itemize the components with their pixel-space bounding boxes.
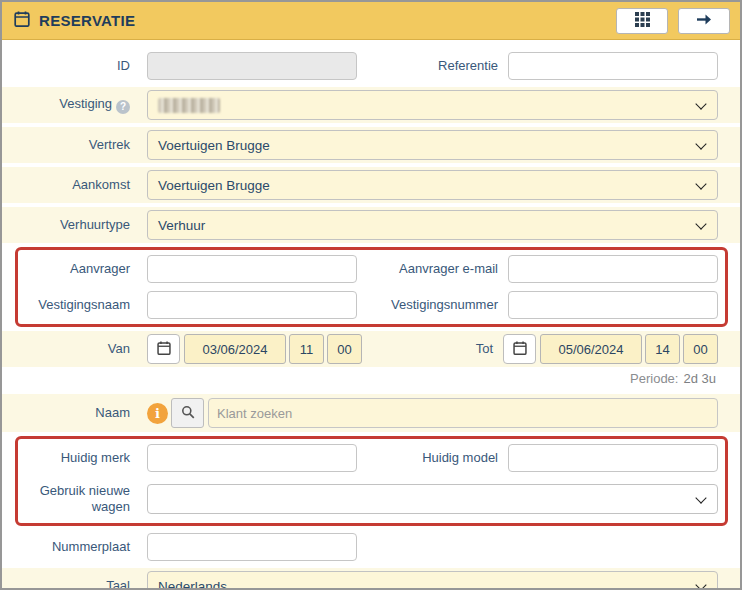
nummerplaat-label: Nummerplaat bbox=[2, 539, 147, 555]
vestigingsnummer-label: Vestigingsnummer bbox=[357, 297, 508, 313]
row-vertrek: Vertrek Voertuigen Brugge bbox=[2, 127, 740, 163]
reservation-window: RESERVATIE bbox=[0, 0, 742, 590]
periode-label: Periode: bbox=[630, 371, 678, 386]
van-calendar-button[interactable] bbox=[147, 334, 180, 364]
aankomst-select[interactable]: Voertuigen Brugge bbox=[147, 170, 718, 200]
calendar-icon bbox=[14, 11, 30, 31]
grid-icon bbox=[635, 12, 650, 30]
page-title: RESERVATIE bbox=[39, 12, 135, 29]
aankomst-value: Voertuigen Brugge bbox=[158, 178, 270, 193]
aanvrager-email-input[interactable] bbox=[508, 255, 718, 283]
verhuurtype-value: Verhuur bbox=[158, 218, 205, 233]
gebruik-nieuwe-wagen-select[interactable] bbox=[147, 484, 718, 514]
referentie-input[interactable] bbox=[508, 52, 718, 80]
highlight-group-huidige-wagen: Huidig merk Huidig model Gebruik nieuwe … bbox=[2, 436, 740, 526]
chevron-down-icon bbox=[695, 218, 706, 229]
row-id-referentie: ID Referentie bbox=[2, 49, 740, 83]
verhuurtype-label: Verhuurtype bbox=[2, 217, 147, 233]
next-button[interactable] bbox=[678, 8, 730, 34]
referentie-label: Referentie bbox=[357, 58, 508, 74]
chevron-down-icon bbox=[695, 138, 706, 149]
chevron-down-icon bbox=[695, 492, 706, 503]
chevron-down-icon bbox=[695, 178, 706, 189]
arrow-right-icon bbox=[696, 13, 713, 29]
klant-zoeken-input[interactable] bbox=[208, 398, 718, 428]
redacted-value bbox=[158, 98, 220, 113]
row-taal: Taal Nederlands bbox=[2, 568, 740, 590]
row-aanvrager: Aanvrager Aanvrager e-mail bbox=[2, 252, 740, 286]
gebruik-nieuwe-wagen-label: Gebruik nieuwe wagen bbox=[2, 483, 147, 514]
van-label: Van bbox=[2, 341, 147, 357]
header-title-group: RESERVATIE bbox=[14, 11, 135, 31]
verhuurtype-select[interactable]: Verhuur bbox=[147, 210, 718, 240]
vestiging-label: Vestiging? bbox=[2, 96, 147, 114]
tot-date-input[interactable] bbox=[540, 334, 642, 364]
van-datetime-group bbox=[147, 334, 362, 364]
periode-value: 2d 3u bbox=[683, 371, 716, 386]
chevron-down-icon bbox=[695, 98, 706, 109]
van-hour-input[interactable] bbox=[289, 334, 324, 364]
aanvrager-label: Aanvrager bbox=[2, 261, 147, 277]
naam-label: Naam bbox=[2, 405, 147, 421]
row-vestigingsnaam: Vestigingsnaam Vestigingsnummer bbox=[2, 288, 740, 322]
calendar-icon bbox=[513, 341, 527, 358]
highlight-group-aanvrager: Aanvrager Aanvrager e-mail Vestigingsnaa… bbox=[2, 247, 740, 327]
vestiging-label-text: Vestiging bbox=[59, 96, 112, 111]
info-icon[interactable]: i bbox=[147, 403, 168, 424]
chevron-down-icon bbox=[695, 579, 706, 590]
row-aankomst: Aankomst Voertuigen Brugge bbox=[2, 167, 740, 203]
vestigingsnaam-input[interactable] bbox=[147, 291, 357, 319]
grid-view-button[interactable] bbox=[616, 8, 668, 34]
row-van-tot: Van Tot bbox=[2, 331, 740, 367]
taal-value: Nederlands bbox=[158, 579, 227, 590]
row-naam: Naam i bbox=[2, 394, 740, 432]
row-huidig-merk-model: Huidig merk Huidig model bbox=[2, 441, 740, 475]
search-icon bbox=[181, 405, 195, 422]
row-nummerplaat: Nummerplaat bbox=[2, 530, 740, 564]
search-button[interactable] bbox=[171, 398, 204, 428]
help-icon[interactable]: ? bbox=[116, 100, 130, 114]
vestiging-select[interactable] bbox=[147, 90, 718, 120]
vestigingsnummer-input[interactable] bbox=[508, 291, 718, 319]
id-input bbox=[147, 52, 357, 80]
tot-minute-input[interactable] bbox=[683, 334, 718, 364]
aanvrager-email-label: Aanvrager e-mail bbox=[357, 261, 508, 277]
aankomst-label: Aankomst bbox=[2, 177, 147, 193]
huidig-model-input[interactable] bbox=[508, 444, 718, 472]
van-date-input[interactable] bbox=[184, 334, 286, 364]
nummerplaat-input[interactable] bbox=[147, 533, 357, 561]
form-body: ID Referentie Vestiging? Vertrek Voertui… bbox=[2, 40, 740, 590]
header-bar: RESERVATIE bbox=[2, 2, 740, 40]
tot-calendar-button[interactable] bbox=[503, 334, 536, 364]
row-gebruik-nieuwe-wagen: Gebruik nieuwe wagen bbox=[2, 477, 740, 521]
vertrek-value: Voertuigen Brugge bbox=[158, 138, 270, 153]
huidig-merk-input[interactable] bbox=[147, 444, 357, 472]
taal-label: Taal bbox=[2, 578, 147, 590]
calendar-icon bbox=[157, 341, 171, 358]
van-minute-input[interactable] bbox=[327, 334, 362, 364]
vestigingsnaam-label: Vestigingsnaam bbox=[2, 297, 147, 313]
periode-row: Periode: 2d 3u bbox=[2, 371, 740, 386]
row-vestiging: Vestiging? bbox=[2, 87, 740, 123]
vertrek-label: Vertrek bbox=[2, 137, 147, 153]
aanvrager-input[interactable] bbox=[147, 255, 357, 283]
tot-label: Tot bbox=[362, 341, 503, 357]
huidig-model-label: Huidig model bbox=[357, 450, 508, 466]
tot-hour-input[interactable] bbox=[645, 334, 680, 364]
row-verhuurtype: Verhuurtype Verhuur bbox=[2, 207, 740, 243]
tot-datetime-group bbox=[503, 334, 718, 364]
huidig-merk-label: Huidig merk bbox=[2, 450, 147, 466]
vertrek-select[interactable]: Voertuigen Brugge bbox=[147, 130, 718, 160]
id-label: ID bbox=[2, 58, 147, 74]
taal-select[interactable]: Nederlands bbox=[147, 571, 718, 590]
